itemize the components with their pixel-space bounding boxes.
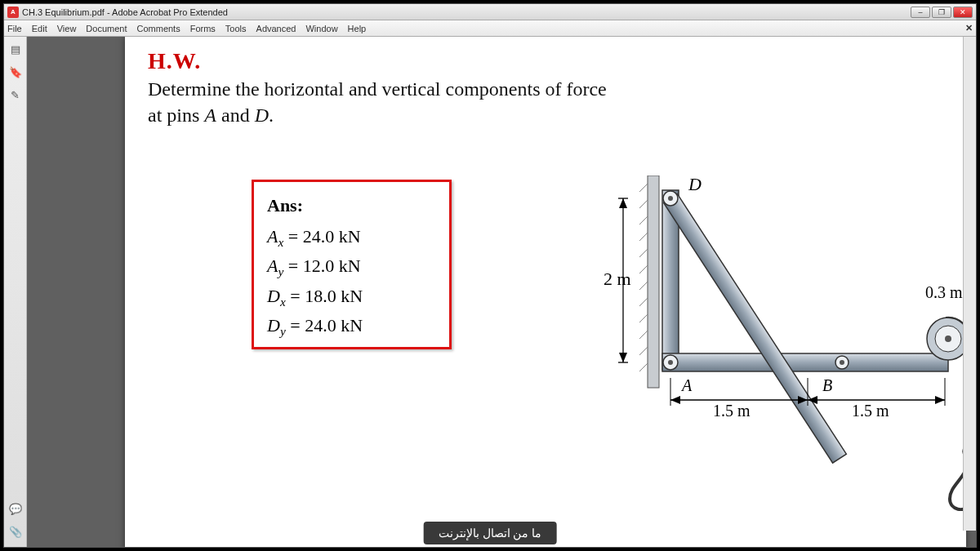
menu-forms[interactable]: Forms xyxy=(190,24,216,33)
menu-window[interactable]: Window xyxy=(305,24,337,33)
sidebar: ▤ 🔖 ✎ 💬 📎 xyxy=(4,37,27,547)
attachments-icon[interactable]: 📎 xyxy=(8,524,23,539)
document-page: H.W. Determine the horizontal and vertic… xyxy=(125,37,966,547)
panel-close-icon[interactable]: ✕ xyxy=(965,23,973,33)
pdf-icon: A xyxy=(7,7,19,18)
svg-rect-0 xyxy=(648,176,659,388)
menu-bar: File Edit View Document Comments Forms T… xyxy=(4,20,976,37)
pages-icon[interactable]: ▤ xyxy=(8,42,23,56)
menu-file[interactable]: File xyxy=(7,24,22,33)
label-b: B xyxy=(822,376,832,394)
svg-point-17 xyxy=(668,196,673,201)
menu-document[interactable]: Document xyxy=(86,24,127,33)
answer-box: Ans: Ax = 24.0 kN Ay = 12.0 kN Dx = 18.0… xyxy=(252,180,452,349)
notification-toast: ما من اتصال بالإنترنت xyxy=(424,522,557,544)
close-button[interactable]: ✕ xyxy=(953,7,973,18)
maximize-button[interactable]: ❐ xyxy=(932,7,951,18)
svg-line-9 xyxy=(639,314,648,322)
answer-dx: Dx = 18.0 kN xyxy=(267,282,436,312)
window-controls: – ❐ ✕ xyxy=(911,7,973,18)
menu-tools[interactable]: Tools xyxy=(225,24,247,33)
minimize-button[interactable]: – xyxy=(911,7,930,18)
hw-heading: H.W. xyxy=(148,48,943,74)
comments-icon[interactable]: 💬 xyxy=(8,501,23,516)
page-area: H.W. Determine the horizontal and vertic… xyxy=(27,37,976,547)
menu-comments[interactable]: Comments xyxy=(137,24,180,33)
svg-line-10 xyxy=(639,331,648,339)
svg-line-7 xyxy=(639,282,648,290)
svg-rect-15 xyxy=(664,194,847,464)
svg-line-2 xyxy=(639,200,648,208)
crane-diagram: 2 m 1.5 m 1.5 m xyxy=(582,176,976,518)
svg-point-19 xyxy=(668,360,673,365)
bookmarks-icon[interactable]: 🔖 xyxy=(8,64,23,79)
svg-line-11 xyxy=(639,347,648,355)
svg-line-1 xyxy=(639,184,648,192)
svg-line-4 xyxy=(639,233,648,241)
vertical-scrollbar[interactable] xyxy=(963,37,976,531)
svg-point-21 xyxy=(840,360,844,365)
svg-line-5 xyxy=(639,249,648,257)
menu-view[interactable]: View xyxy=(57,24,77,33)
hw-prompt: Determine the horizontal and vertical co… xyxy=(148,74,943,129)
svg-line-8 xyxy=(639,298,648,306)
answer-dy: Dy = 24.0 kN xyxy=(267,312,436,341)
answer-ax: Ax = 24.0 kN xyxy=(267,223,436,252)
answer-ay: Ay = 12.0 kN xyxy=(267,252,436,282)
menu-edit[interactable]: Edit xyxy=(32,24,47,33)
svg-point-24 xyxy=(945,335,951,342)
menu-advanced[interactable]: Advanced xyxy=(256,24,296,33)
label-a: A xyxy=(680,376,693,394)
dim-1.5m-right: 1.5 m xyxy=(852,402,889,420)
window-title: CH.3 Equilibrium.pdf - Adobe Acrobat Pro… xyxy=(22,7,228,17)
title-bar: A CH.3 Equilibrium.pdf - Adobe Acrobat P… xyxy=(4,4,976,20)
svg-line-6 xyxy=(639,265,648,273)
dim-2m: 2 m xyxy=(604,269,631,289)
dim-0.3m: 0.3 m xyxy=(925,283,963,301)
answer-title: Ans: xyxy=(267,192,436,220)
label-d: D xyxy=(688,176,702,194)
dim-1.5m-left: 1.5 m xyxy=(713,402,751,420)
menu-help[interactable]: Help xyxy=(348,24,367,33)
signatures-icon[interactable]: ✎ xyxy=(8,87,23,102)
svg-rect-14 xyxy=(662,353,948,371)
svg-line-3 xyxy=(639,216,648,224)
svg-line-12 xyxy=(639,363,648,371)
